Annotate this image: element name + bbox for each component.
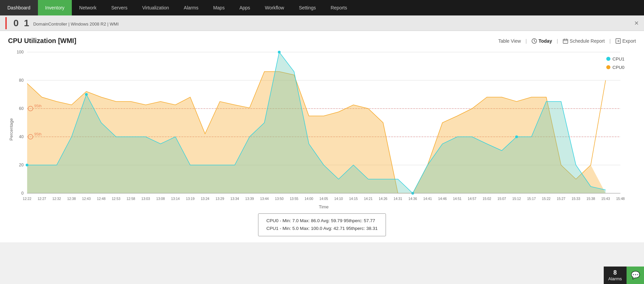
close-button[interactable]: × (634, 19, 639, 28)
svg-point-83 (606, 65, 610, 69)
nav-item-dashboard[interactable]: Dashboard (0, 0, 38, 15)
svg-point-35 (278, 51, 281, 53)
svg-point-81 (606, 57, 610, 61)
nav-item-servers[interactable]: Servers (104, 0, 135, 15)
num1: 0 (13, 18, 19, 28)
svg-text:60: 60 (19, 106, 24, 111)
svg-text:14:26: 14:26 (379, 197, 388, 201)
svg-text:15:07: 15:07 (497, 197, 506, 201)
separator3: | (609, 38, 611, 44)
chart-container: 0 20 40 60 80 100 Percentage 95th 95th (8, 49, 636, 210)
svg-text:13:08: 13:08 (156, 197, 165, 201)
schedule-report-button[interactable]: Schedule Report (563, 38, 605, 44)
svg-text:14:21: 14:21 (364, 197, 373, 201)
cpu1-stats: CPU1 - Min: 5.0 Max: 100.0 Avg: 42.71 95… (266, 225, 378, 233)
svg-text:15:43: 15:43 (601, 197, 610, 201)
svg-text:14:46: 14:46 (438, 197, 447, 201)
svg-text:14:10: 14:10 (334, 197, 343, 201)
stats-box: CPU0 - Min: 7.0 Max: 86.0 Avg: 59.79 95t… (258, 213, 386, 236)
breadcrumb-bar: 0 1 DomainController | Windows 2008 R2 |… (0, 15, 644, 31)
svg-text:15:33: 15:33 (572, 197, 580, 201)
svg-text:15:02: 15:02 (483, 197, 491, 201)
svg-text:12:43: 12:43 (82, 197, 91, 201)
svg-text:15:22: 15:22 (542, 197, 551, 201)
svg-text:14:31: 14:31 (394, 197, 402, 201)
svg-text:15:38: 15:38 (586, 197, 595, 201)
svg-text:14:57: 14:57 (468, 197, 477, 201)
svg-text:14:15: 14:15 (349, 197, 358, 201)
svg-line-2 (534, 41, 535, 42)
page-number: 0 1 (11, 18, 29, 28)
nav-item-workflow[interactable]: Workflow (257, 0, 291, 15)
table-view-label: Table View (498, 38, 521, 44)
separator2: | (557, 38, 558, 44)
nav-item-apps[interactable]: Apps (232, 0, 257, 15)
svg-point-37 (515, 135, 518, 138)
svg-text:14:36: 14:36 (408, 197, 417, 201)
svg-text:13:50: 13:50 (275, 197, 284, 201)
svg-point-34 (85, 93, 88, 96)
svg-text:15:17: 15:17 (527, 197, 536, 201)
chart-toolbar: Table View | Today | (498, 38, 636, 44)
nav-item-network[interactable]: Network (72, 0, 104, 15)
svg-text:13:44: 13:44 (260, 197, 269, 201)
svg-text:80: 80 (19, 78, 24, 83)
nav-item-maps[interactable]: Maps (206, 0, 232, 15)
svg-text:12:58: 12:58 (127, 197, 135, 201)
svg-text:13:24: 13:24 (201, 197, 209, 201)
svg-text:13:55: 13:55 (290, 197, 298, 201)
svg-text:CPU1: CPU1 (612, 56, 625, 62)
calendar-icon (563, 38, 568, 44)
clock-icon (532, 38, 537, 44)
svg-text:14:00: 14:00 (305, 197, 313, 201)
today-label: Today (539, 38, 552, 44)
svg-text:15:48: 15:48 (616, 197, 625, 201)
left-bar-indicator (5, 17, 7, 29)
svg-text:13:39: 13:39 (245, 197, 254, 201)
chart-svg: 0 20 40 60 80 100 Percentage 95th 95th (8, 49, 636, 210)
svg-rect-3 (563, 39, 568, 43)
svg-text:14:51: 14:51 (453, 197, 462, 201)
export-button[interactable]: Export (615, 38, 636, 44)
chart-title: CPU Utilization [WMI] (8, 37, 76, 45)
svg-text:12:53: 12:53 (112, 197, 120, 201)
svg-text:12:22: 12:22 (23, 197, 32, 201)
svg-text:0: 0 (21, 191, 23, 196)
svg-text:12:27: 12:27 (38, 197, 46, 201)
svg-text:15:12: 15:12 (512, 197, 521, 201)
svg-text:Time: Time (319, 204, 329, 209)
svg-text:20: 20 (19, 163, 24, 167)
nav-item-settings[interactable]: Settings (292, 0, 324, 15)
svg-text:100: 100 (17, 50, 24, 54)
svg-text:12:48: 12:48 (97, 197, 106, 201)
main-content: CPU Utilization [WMI] Table View | Today… (0, 31, 644, 242)
chart-header: CPU Utilization [WMI] Table View | Today… (8, 37, 636, 45)
schedule-report-label: Schedule Report (570, 38, 605, 44)
svg-text:14:41: 14:41 (423, 197, 432, 201)
svg-text:12:38: 12:38 (67, 197, 76, 201)
nav-item-reports[interactable]: Reports (323, 0, 354, 15)
nav-item-alarms[interactable]: Alarms (177, 0, 206, 15)
export-label: Export (623, 38, 636, 44)
breadcrumb-subtext: DomainController | Windows 2008 R2 | WMI (33, 22, 119, 27)
today-button[interactable]: Today (532, 38, 552, 44)
num2: 1 (24, 18, 29, 28)
svg-text:12:32: 12:32 (52, 197, 61, 201)
separator1: | (526, 38, 527, 44)
svg-text:13:34: 13:34 (231, 197, 239, 201)
svg-text:Percentage: Percentage (9, 118, 14, 140)
svg-text:15:27: 15:27 (557, 197, 565, 201)
nav-item-inventory[interactable]: Inventory (38, 0, 72, 15)
svg-text:13:14: 13:14 (171, 197, 180, 201)
cpu0-stats: CPU0 - Min: 7.0 Max: 86.0 Avg: 59.79 95t… (266, 217, 378, 225)
svg-text:40: 40 (19, 134, 24, 139)
svg-text:14:05: 14:05 (319, 197, 328, 201)
table-view-button[interactable]: Table View (498, 38, 521, 44)
main-nav: Dashboard Inventory Network Servers Virt… (0, 0, 644, 15)
nav-item-virtualization[interactable]: Virtualization (135, 0, 177, 15)
export-icon (615, 38, 621, 44)
stats-center: CPU0 - Min: 7.0 Max: 86.0 Avg: 59.79 95t… (8, 213, 636, 236)
svg-text:13:03: 13:03 (141, 197, 150, 201)
svg-point-33 (26, 164, 28, 166)
svg-text:CPU0: CPU0 (612, 65, 625, 70)
